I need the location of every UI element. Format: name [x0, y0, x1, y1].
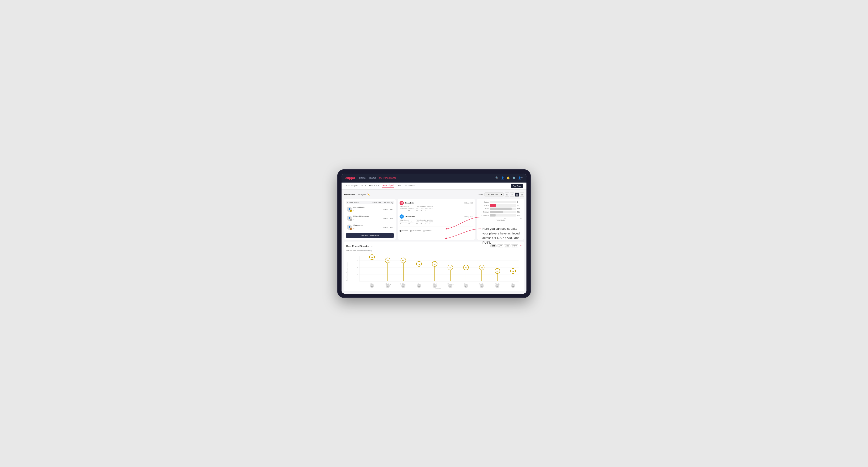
- practice-activities-1: Total Practice Activities OTT0 APP0 ARG0…: [416, 206, 433, 211]
- svg-text:EE: EE: [371, 285, 373, 287]
- legend-dot-tournament: [410, 230, 412, 232]
- bar-track-pars: [490, 208, 516, 210]
- nav-teams[interactable]: Teams: [369, 177, 376, 179]
- bar-fill-pars: [490, 208, 512, 210]
- svg-text:E. Ebert: E. Ebert: [370, 283, 374, 284]
- round-name-2: Josh Coles: [405, 215, 415, 217]
- player-info-1: Richard Butler ♥: [353, 206, 382, 213]
- view-full-leaderboard-button[interactable]: View Full Leaderboard: [346, 233, 394, 238]
- svg-text:4: 4: [357, 267, 358, 269]
- svg-text:D. Ford: D. Ford: [464, 283, 468, 284]
- nav-icons: 🔍 👤 🔔 ⚙️ 👤▾: [495, 177, 523, 180]
- subnav-tour[interactable]: Tour: [397, 184, 401, 187]
- app-logo: clippd: [345, 176, 355, 180]
- show-select[interactable]: Last 3 months: [485, 192, 503, 196]
- subnav-pgat[interactable]: PGAT Players: [345, 184, 358, 187]
- player-name-3: Cameron...: [353, 224, 382, 226]
- subnav-pga[interactable]: PGA: [361, 184, 366, 187]
- bar-fill-bogeys: [490, 211, 503, 213]
- player-info-3: Cameron... ♥: [353, 224, 382, 230]
- annotation-text: Here you can see streaks your players ha…: [483, 226, 524, 245]
- streaks-title-group: Best Round Streaks ←: [346, 244, 373, 248]
- svg-text:6x: 6x: [402, 260, 404, 262]
- svg-text:6x: 6x: [386, 260, 389, 262]
- svg-text:DF: DF: [465, 285, 467, 287]
- svg-text:Players: Players: [435, 288, 441, 289]
- svg-text:3x: 3x: [496, 270, 498, 272]
- player-row[interactable]: 👤 1 Richard Butler ♥ 19/20 110: [346, 205, 394, 214]
- svg-text:0: 0: [357, 280, 358, 283]
- svg-text:BM: BM: [387, 285, 389, 287]
- card-view-icon[interactable]: ▦: [515, 192, 519, 197]
- search-icon[interactable]: 🔍: [495, 177, 499, 180]
- svg-text:B. McHerg: B. McHerg: [385, 283, 391, 284]
- top-navigation: clippd Home Teams My Performance 🔍 👤 🔔 ⚙…: [342, 174, 526, 183]
- svg-text:R. Butler: R. Butler: [495, 283, 500, 284]
- bar-track-birdies: [490, 204, 516, 207]
- streak-svg: 0 2 4 6 7x EE E. Ebert: [349, 253, 522, 289]
- svg-text:4x: 4x: [481, 267, 483, 269]
- nav-links: Home Teams My Performance: [359, 177, 491, 179]
- grid-view-icon[interactable]: ⊞: [505, 192, 509, 197]
- player-name-2: Edward Crossman: [353, 215, 382, 217]
- svg-text:RB: RB: [497, 285, 498, 287]
- bar-value-eagles: 3: [517, 201, 522, 203]
- arrow-indicator: ←: [371, 246, 373, 247]
- nav-home[interactable]: Home: [359, 177, 366, 179]
- profile-icon[interactable]: 👤: [501, 177, 504, 180]
- show-label: Show: [478, 193, 483, 195]
- bar-label-eagles: Eagles: [479, 201, 489, 203]
- bell-icon[interactable]: 🔔: [507, 177, 510, 180]
- settings-icon[interactable]: ⚙️: [512, 177, 516, 180]
- subnav-all-players[interactable]: All Players: [405, 184, 415, 187]
- svg-text:4x: 4x: [465, 267, 467, 269]
- user-avatar[interactable]: 👤▾: [518, 177, 523, 180]
- svg-text:DB: DB: [402, 285, 404, 287]
- subnav-hcaps[interactable]: Hcaps 1-5: [369, 184, 379, 187]
- svg-text:C. Quick: C. Quick: [511, 283, 516, 284]
- legend-dot-practice: [423, 230, 425, 232]
- svg-text:3x: 3x: [512, 270, 514, 272]
- svg-text:RB: RB: [434, 285, 436, 287]
- streaks-subtitle: Off The Tee, Fairway Accuracy: [346, 250, 522, 252]
- subnav-team-clippd[interactable]: Team Clippd: [382, 184, 394, 187]
- round-date-2: 26 Aug 2023: [464, 216, 473, 217]
- svg-text:2: 2: [357, 273, 358, 276]
- bar-label-birdies: Birdies: [479, 205, 489, 206]
- streaks-title: Best Round Streaks: [346, 245, 369, 248]
- svg-text:J. Coles: J. Coles: [417, 283, 422, 284]
- player-row[interactable]: 👤 2 Edward Crossman ♥ 18/20 107: [346, 214, 394, 223]
- player-row[interactable]: 👤 3 Cameron... ♥ 17/20 103: [346, 223, 394, 232]
- bar-fill-birdies: [490, 204, 496, 207]
- bar-row-eagles: Eagles 3: [479, 201, 522, 203]
- view-icons: ⊞ ≡ ▦ ⊟: [505, 192, 524, 197]
- team-title: Team Clippd | 14 Players ✏️: [344, 193, 370, 196]
- legend-label-rounds: Rounds: [402, 230, 408, 231]
- edit-icon[interactable]: ✏️: [367, 193, 370, 196]
- table-view-icon[interactable]: ⊟: [520, 192, 524, 197]
- round-avatar-2: JC: [400, 214, 404, 219]
- bar-row-pars: Pars 499: [479, 208, 522, 210]
- svg-text:JC: JC: [418, 285, 420, 287]
- round-entry-1: RB Rees Britt 02 Sep 2023 Total Rounds T…: [400, 201, 473, 213]
- list-view-icon[interactable]: ≡: [510, 192, 514, 197]
- bar-value-birdies: 96: [517, 205, 522, 206]
- total-rounds-2: Total Rounds Tournament 7 Practice 2: [400, 219, 413, 225]
- practice-activities-2: Total Practice Activities OTT0 APP0 ARG0…: [416, 219, 433, 225]
- bar-row-birdies: Birdies 96: [479, 204, 522, 207]
- bar-fill-dbogeys: [490, 214, 496, 217]
- bar-row-dbogeys: D. Bogeys + 131: [479, 214, 522, 217]
- rank-badge-3: 3: [350, 228, 352, 230]
- add-team-button[interactable]: Add Team: [511, 184, 523, 188]
- nav-my-performance[interactable]: My Performance: [379, 177, 396, 179]
- player-name-1: Richard Butler: [353, 206, 382, 208]
- legend-dot-rounds: [400, 230, 401, 232]
- player-avatar-2: 👤 2: [347, 216, 352, 221]
- player-scores-2: 18/20 107: [383, 217, 393, 219]
- col-pb-avg: PB AVG SQ: [384, 201, 393, 203]
- bar-track-dbogeys: [490, 214, 516, 217]
- svg-text:R. Britt: R. Britt: [433, 283, 437, 284]
- svg-text:EC: EC: [450, 285, 452, 287]
- x-label-400: 400: [520, 217, 522, 219]
- player-scores-3: 17/20 103: [383, 226, 393, 228]
